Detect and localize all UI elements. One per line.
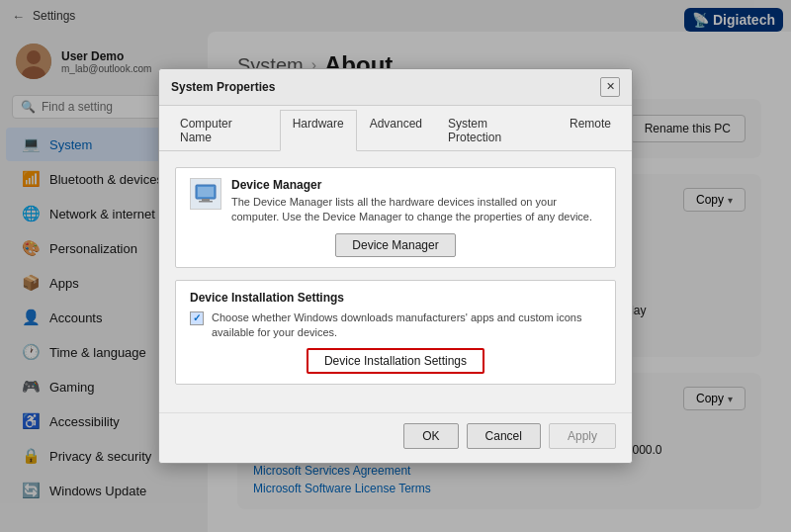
modal-close-button[interactable]: ✕ — [600, 77, 620, 97]
device-installation-checkbox-row: ✓ Choose whether Windows downloads manuf… — [190, 310, 601, 341]
device-installation-desc: Choose whether Windows downloads manufac… — [212, 310, 601, 341]
modal-body: Device Manager The Device Manager lists … — [159, 151, 632, 413]
tab-remote[interactable]: Remote — [557, 110, 624, 150]
tab-advanced[interactable]: Advanced — [357, 110, 435, 150]
device-manager-title: Device Manager — [231, 178, 601, 192]
device-manager-desc: The Device Manager lists all the hardwar… — [231, 195, 601, 225]
tab-system-protection[interactable]: System Protection — [435, 110, 557, 150]
modal-cancel-button[interactable]: Cancel — [467, 423, 541, 449]
modal-footer: OK Cancel Apply — [159, 412, 632, 463]
device-manager-header: Device Manager The Device Manager lists … — [190, 178, 601, 225]
modal-overlay: System Properties ✕ Computer Name Hardwa… — [0, 0, 791, 532]
checkbox-icon: ✓ — [190, 311, 204, 325]
modal-title: System Properties — [171, 80, 275, 94]
svg-rect-4 — [202, 199, 210, 201]
modal-apply-button[interactable]: Apply — [549, 423, 616, 449]
modal-tabs: Computer Name Hardware Advanced System P… — [159, 106, 632, 151]
device-installation-button[interactable]: Device Installation Settings — [307, 348, 484, 374]
device-manager-icon — [190, 178, 221, 210]
device-installation-title: Device Installation Settings — [190, 291, 601, 305]
device-manager-button[interactable]: Device Manager — [335, 233, 455, 257]
modal-ok-button[interactable]: OK — [403, 423, 458, 449]
modal-titlebar: System Properties ✕ — [159, 69, 632, 106]
system-properties-modal: System Properties ✕ Computer Name Hardwa… — [158, 68, 633, 465]
svg-rect-5 — [199, 201, 213, 203]
tab-computer-name[interactable]: Computer Name — [167, 110, 280, 150]
tab-hardware[interactable]: Hardware — [280, 110, 357, 151]
device-installation-section: Device Installation Settings ✓ Choose wh… — [175, 280, 616, 386]
device-manager-section: Device Manager The Device Manager lists … — [175, 167, 616, 268]
svg-rect-6 — [198, 187, 214, 197]
